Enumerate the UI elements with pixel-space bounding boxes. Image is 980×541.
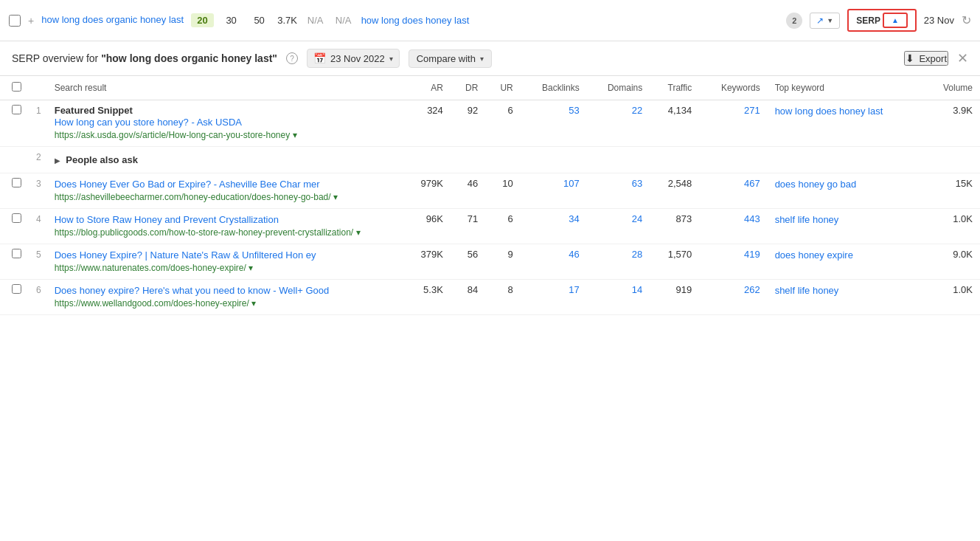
expand-arrow-icon[interactable]: ▶ [55, 156, 60, 165]
paa-num: 2 [29, 146, 47, 173]
top-keyword-4[interactable]: does honey expire [768, 244, 924, 279]
header-checkbox-cell [0, 76, 29, 100]
row-checkbox-4[interactable] [12, 249, 21, 258]
paa-label: People also ask [66, 154, 138, 165]
domains-5[interactable]: 14 [587, 279, 650, 314]
backlinks-3[interactable]: 34 [521, 208, 587, 244]
trend-arrow-icon: ↗ [816, 15, 824, 26]
result-url-4: https://www.naturenates.com/does-honey-e… [55, 262, 396, 275]
domains-2[interactable]: 63 [587, 173, 650, 208]
row-checkbox-3[interactable] [12, 213, 21, 223]
export-label: Export [919, 53, 947, 64]
ur-2: 10 [485, 173, 520, 208]
keywords-0[interactable]: 271 [699, 100, 767, 147]
volume-0: 3.9K [924, 100, 980, 147]
keywords-3[interactable]: 443 [699, 208, 767, 244]
top-keyword-3[interactable]: shelf life honey [768, 208, 924, 244]
result-cell-5: Does honey expire? Here's what you need … [47, 279, 403, 314]
header-ar: AR [403, 76, 451, 100]
result-cell-0: Featured Snippet How long can you store … [47, 100, 403, 147]
result-cell-2: Does Honey Ever Go Bad or Expire? - Ashe… [47, 173, 403, 208]
metric-na2: N/A [333, 15, 354, 26]
backlinks-4[interactable]: 46 [521, 244, 587, 279]
row-checkbox[interactable] [9, 15, 21, 27]
domains-3[interactable]: 24 [587, 208, 650, 244]
top-keyword-5[interactable]: shelf life honey [768, 279, 924, 314]
serp-arrow-icon: ▲ [883, 13, 908, 28]
metric-37k: 3.7K [277, 15, 298, 26]
serp-query: "how long does organic honey last" [101, 52, 277, 64]
metric-na1: N/A [305, 15, 326, 26]
ar-4: 379K [403, 244, 451, 279]
ur-0: 6 [485, 100, 520, 147]
domains-4[interactable]: 28 [587, 244, 650, 279]
calendar-icon: 📅 [313, 52, 326, 64]
row-num-5: 6 [29, 279, 47, 314]
metric-30: 30 [221, 15, 242, 26]
help-icon[interactable]: ? [286, 52, 298, 64]
dr-3: 71 [451, 208, 485, 244]
add-icon[interactable]: + [28, 15, 34, 27]
trend-button[interactable]: ↗ ▼ [810, 13, 840, 29]
row-checkbox-0[interactable] [12, 105, 21, 114]
header-keywords: Keywords [699, 76, 767, 100]
top-row: + how long does organic honey last 20 30… [0, 0, 980, 41]
dr-2: 46 [451, 173, 485, 208]
backlinks-5[interactable]: 17 [521, 279, 587, 314]
result-title-2[interactable]: Does Honey Ever Go Bad or Expire? - Ashe… [55, 178, 396, 191]
header-volume: Volume [924, 76, 980, 100]
table-row: 2 ▶ People also ask [0, 146, 980, 173]
keywords-5[interactable]: 262 [699, 279, 767, 314]
row-checkbox-2[interactable] [12, 178, 21, 187]
refresh-icon[interactable]: ↻ [962, 13, 971, 27]
top-keyword-link[interactable]: how long does honey last [361, 15, 779, 26]
table-row: 4 How to Store Raw Honey and Prevent Cry… [0, 208, 980, 244]
export-button[interactable]: ⬇ Export [904, 51, 948, 66]
serp-table-container: Search result AR DR UR Backlinks Domains… [0, 76, 980, 315]
row-checkbox-cell-3 [0, 208, 29, 244]
table-header-row: Search result AR DR UR Backlinks Domains… [0, 76, 980, 100]
result-title-5[interactable]: Does honey expire? Here's what you need … [55, 284, 396, 297]
date-dropdown-arrow: ▾ [389, 55, 393, 63]
serp-button[interactable]: SERP ▲ [847, 9, 917, 32]
select-all-checkbox[interactable] [12, 82, 21, 92]
traffic-3: 873 [650, 208, 699, 244]
ur-3: 6 [485, 208, 520, 244]
top-keyword-0[interactable]: how long does honey last [768, 100, 924, 147]
date-selector-value: 23 Nov 2022 [330, 53, 385, 64]
backlinks-0[interactable]: 53 [521, 100, 587, 147]
keywords-4[interactable]: 419 [699, 244, 767, 279]
volume-4: 9.0K [924, 244, 980, 279]
date-selector-button[interactable]: 📅 23 Nov 2022 ▾ [307, 49, 400, 68]
row-checkbox-5[interactable] [12, 284, 21, 294]
metric-50: 50 [249, 15, 270, 26]
backlinks-2[interactable]: 107 [521, 173, 587, 208]
serp-table: Search result AR DR UR Backlinks Domains… [0, 76, 980, 315]
domains-0[interactable]: 22 [587, 100, 650, 147]
volume-2: 15K [924, 173, 980, 208]
ar-3: 96K [403, 208, 451, 244]
row-num-4: 5 [29, 244, 47, 279]
paa-cell: ▶ People also ask [47, 146, 980, 173]
serp-header: SERP overview for "how long does organic… [0, 41, 980, 76]
traffic-5: 919 [650, 279, 699, 314]
keyword-link[interactable]: how long does organic honey last [41, 14, 184, 27]
header-dr: DR [451, 76, 485, 100]
result-title-3[interactable]: How to Store Raw Honey and Prevent Cryst… [55, 213, 396, 227]
row-checkbox-cell-2 [0, 173, 29, 208]
compare-with-button[interactable]: Compare with ▾ [409, 49, 492, 68]
header-backlinks: Backlinks [521, 76, 587, 100]
dr-5: 84 [451, 279, 485, 314]
table-row: 3 Does Honey Ever Go Bad or Expire? - As… [0, 173, 980, 208]
row-num-0: 1 [29, 100, 47, 147]
top-keyword-2[interactable]: does honey go bad [768, 173, 924, 208]
result-title-0[interactable]: How long can you store honey? - Ask USDA [55, 116, 396, 129]
header-traffic: Traffic [650, 76, 699, 100]
close-button[interactable]: ✕ [957, 50, 968, 66]
ar-0: 324 [403, 100, 451, 147]
result-title-4[interactable]: Does Honey Expire? | Nature Nate's Raw &… [55, 249, 396, 262]
traffic-2: 2,548 [650, 173, 699, 208]
keywords-2[interactable]: 467 [699, 173, 767, 208]
featured-snippet-label: Featured Snippet [55, 105, 133, 116]
export-icon: ⬇ [906, 52, 914, 64]
